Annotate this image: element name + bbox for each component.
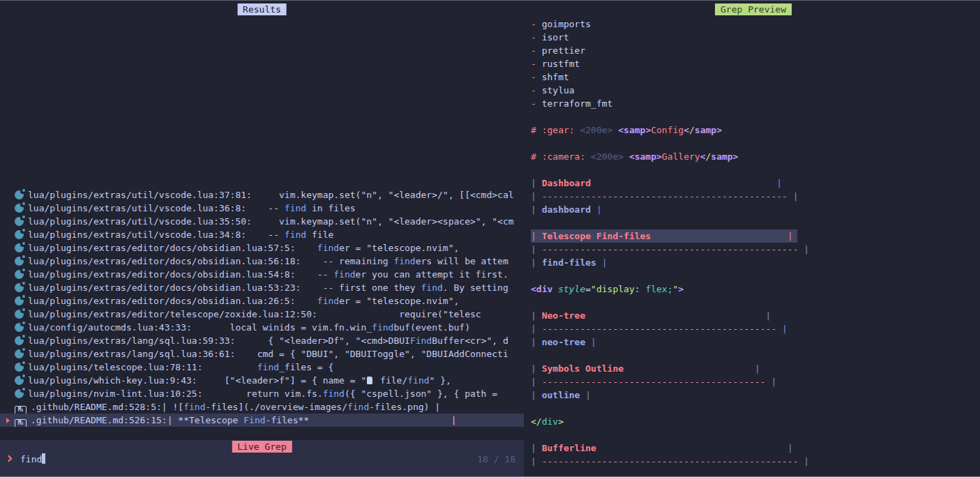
preview-line-content: | outline | — [531, 390, 591, 400]
text-cursor — [42, 453, 45, 464]
preview-line-content: | Bufferline | — [531, 443, 793, 453]
result-row[interactable]: lua/plugins/extras/editor/docs/obsidian.… — [0, 294, 524, 308]
result-row[interactable]: lua/config/autocmds.lua:43:33: local win… — [0, 321, 524, 334]
text-segment: flex; — [645, 284, 672, 294]
match-text: find — [257, 362, 279, 372]
text-segment: Neo-tree — [542, 310, 586, 321]
lua-file-icon — [15, 243, 24, 252]
text-segment: | — [531, 456, 542, 467]
text-segment: / — [689, 125, 695, 135]
text-segment: Dashboard — [542, 178, 591, 188]
text-segment: " }, — [430, 375, 451, 386]
result-row[interactable]: lua/plugins/telescope.lua:78:11: find_fi… — [0, 361, 524, 374]
text-segment: Telescope Find-files — [542, 231, 651, 241]
text-segment: - — [531, 85, 542, 96]
text-segment: <div — [531, 284, 552, 294]
text-segment: - — [531, 32, 542, 43]
result-row[interactable]: lua/plugins/extras/editor/docs/obsidian.… — [0, 281, 524, 294]
result-row[interactable]: lua/plugins/which-key.lua:9:43: ["<leade… — [0, 374, 524, 387]
text-segment: | — [531, 191, 542, 202]
preview-line: - goimports — [527, 17, 980, 31]
text-segment: ers will be attem — [416, 256, 508, 266]
preview-line — [527, 216, 980, 229]
text-segment: | — [531, 390, 542, 400]
preview-line-content: | --------------------------------------… — [531, 191, 799, 202]
file-icon — [367, 377, 372, 384]
text-segment: <samp> — [629, 151, 662, 162]
text-segment: | — [531, 310, 542, 321]
text-segment: # :gear: — [531, 125, 580, 135]
preview-content: - goimports- isort- prettier- rustfmt- s… — [527, 17, 980, 468]
match-text: find — [407, 375, 429, 386]
selection-arrow-icon — [6, 418, 10, 423]
result-row[interactable]: lua/plugins/extras/lang/sql.lua:59:33: {… — [0, 334, 524, 347]
preview-line — [527, 402, 980, 415]
lua-file-icon — [15, 190, 24, 199]
result-row[interactable]: M↓.github/README.md:528:5:| ![find-files… — [0, 400, 524, 414]
result-row[interactable]: lua/plugins/nvim-lint.lua:10:25: return … — [0, 387, 524, 400]
result-row[interactable]: lua/plugins/extras/util/vscode.lua:35:50… — [0, 215, 524, 228]
result-row[interactable]: lua/plugins/extras/lang/sql.lua:36:61: c… — [0, 347, 524, 361]
preview-line-highlighted: | Telescope Find-files | — [527, 229, 980, 243]
text-segment — [585, 310, 765, 321]
text-segment: lua/plugins/extras/editor/docs/obsidian.… — [28, 296, 317, 306]
text-segment: | — [531, 204, 542, 215]
result-row[interactable]: lua/plugins/extras/editor/docs/obsidian.… — [0, 255, 524, 268]
preview-line: | Symbols Outline | — [527, 362, 980, 375]
markdown-file-icon: M↓ — [15, 406, 27, 414]
text-segment: .github/README.md:528:5:| ![ — [31, 402, 183, 412]
match-text: find — [317, 243, 339, 253]
result-row[interactable]: lua/plugins/extras/util/vscode.lua:36:8:… — [0, 202, 524, 215]
text-segment: | — [799, 244, 810, 255]
lua-file-icon — [15, 363, 24, 372]
text-segment: -files** | — [266, 415, 457, 425]
text-segment: isort — [542, 32, 569, 43]
text-segment: Gallery — [662, 151, 700, 162]
text-segment: Buffer<cr>", d — [432, 335, 508, 346]
text-segment: lua/plugins/extras/lang/sql.lua:36:61: c… — [28, 349, 508, 359]
text-segment: = — [585, 284, 591, 294]
text-segment: | — [755, 363, 760, 374]
result-row[interactable]: lua/plugins/extras/editor/docs/obsidian.… — [0, 268, 524, 281]
result-row[interactable]: lua/plugins/extras/util/vscode.lua:37:81… — [0, 188, 524, 202]
text-segment: | — [531, 324, 542, 334]
preview-line: # :camera: <200e> <samp>Gallery</samp> — [527, 150, 980, 163]
prompt-caret-icon — [6, 455, 13, 462]
result-row[interactable]: lua/plugins/extras/editor/docs/obsidian.… — [0, 241, 524, 255]
live-grep-prompt-panel: Live Grep find 18 / 18 — [0, 440, 524, 477]
text-segment: div — [542, 416, 558, 427]
result-row[interactable]: lua/plugins/extras/editor/telescope/zoxi… — [0, 308, 524, 321]
text-segment: lua/plugins/extras/editor/docs/obsidian.… — [28, 282, 421, 293]
lua-file-icon — [15, 270, 24, 279]
text-segment: lua/config/autocmds.lua:43:33: local win… — [28, 322, 372, 333]
text-segment: ----------------------------------------… — [542, 244, 799, 255]
preview-line: | Dashboard | — [527, 176, 980, 190]
text-segment: | — [776, 178, 782, 188]
result-row[interactable]: lua/plugins/extras/util/vscode.lua:34:8:… — [0, 228, 524, 241]
match-text: Find — [243, 415, 265, 425]
preview-line: | find-files | — [527, 256, 980, 269]
match-text: Find — [410, 335, 432, 346]
search-input[interactable]: find 18 / 18 — [0, 453, 524, 466]
text-segment: dashboard — [542, 204, 591, 215]
preview-line: - terraform_fmt — [527, 97, 980, 110]
lua-file-icon — [15, 296, 24, 305]
match-text: find — [285, 203, 306, 213]
preview-line: | --------------------------------------… — [527, 455, 980, 468]
lua-file-icon — [15, 336, 24, 345]
text-segment: | — [787, 231, 793, 241]
text-segment: in files — [306, 203, 355, 213]
text-segment — [591, 178, 776, 188]
text-segment: | — [591, 204, 602, 215]
text-segment: - — [531, 59, 542, 69]
text-segment: | — [531, 178, 542, 188]
text-segment — [552, 284, 558, 294]
text-segment: outline — [542, 390, 580, 400]
text-segment: buf(event.buf) — [393, 322, 470, 333]
text-segment: Symbols Outline — [542, 363, 624, 374]
preview-line: - isort — [527, 31, 980, 44]
preview-line-content: | --------------------------------------… — [531, 324, 787, 334]
preview-line-content: </div> — [531, 416, 564, 427]
match-text: find — [333, 269, 355, 280]
result-row[interactable]: M↓.github/README.md:526:15:| **Telescope… — [0, 414, 524, 427]
